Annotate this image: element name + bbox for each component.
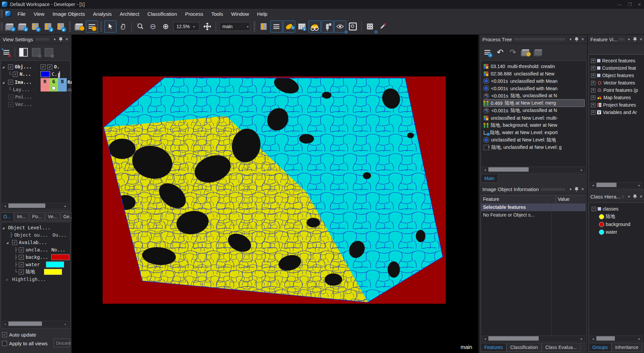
- process-row[interactable]: 03.140multi-threshold: creatin: [484, 63, 555, 70]
- tab-features[interactable]: Features: [481, 343, 506, 352]
- class-color-swatch[interactable]: [44, 269, 62, 275]
- horizontal-scrollbar[interactable]: ◂ ▸: [2, 203, 68, 209]
- panel-close-button[interactable]: ✕: [580, 36, 586, 42]
- tab-point-clouds[interactable]: Po...: [30, 213, 45, 221]
- panel-close-button[interactable]: ✕: [638, 36, 644, 42]
- checkbox[interactable]: ✓: [13, 72, 18, 77]
- panel-pin-button[interactable]: [574, 186, 580, 192]
- process-row[interactable]: 02:38.688unclassified at New: [484, 70, 554, 77]
- class-row-water[interactable]: water: [599, 229, 617, 235]
- panel-close-button[interactable]: ✕: [580, 186, 586, 192]
- close-button[interactable]: ✕: [638, 2, 641, 7]
- menu-file[interactable]: File: [13, 10, 30, 18]
- auto-update-option[interactable]: ✓ Auto update: [2, 332, 36, 338]
- expand-plus-icon[interactable]: +: [591, 73, 595, 78]
- discard-button[interactable]: Discard: [54, 339, 70, 347]
- scroll-right-arrow[interactable]: ▸: [579, 168, 584, 172]
- process-row[interactable]: <0.001sunclassified with Mean: [484, 85, 557, 92]
- expand-icon[interactable]: ◢: [6, 241, 10, 244]
- expand-plus-icon[interactable]: +: [591, 96, 595, 100]
- tree-row-root[interactable]: ◢ Object Level...: [2, 224, 50, 231]
- scroll-right-arrow[interactable]: ▸: [63, 204, 68, 208]
- table-group-row[interactable]: Selectable features: [481, 204, 586, 211]
- horizontal-scrollbar[interactable]: ◂ ▸: [482, 167, 585, 173]
- green-channel-cell[interactable]: G: [49, 78, 58, 85]
- scrollbar-thumb[interactable]: [596, 183, 616, 187]
- scrollbar-thumb[interactable]: [596, 336, 615, 341]
- manage-variables-button[interactable]: ⚙: [364, 20, 376, 33]
- tree-row-land[interactable]: └ ✓ 陆地: [14, 269, 62, 275]
- apply-all-views-option[interactable]: Apply to all views: [2, 341, 48, 346]
- transparency-button[interactable]: [309, 20, 321, 33]
- scrollbar-thumb[interactable]: [8, 203, 45, 208]
- tree-row-water[interactable]: ├ ✓ water: [14, 261, 64, 268]
- tree-row-image-data[interactable]: ◢ ✓ Ima...: [2, 79, 32, 85]
- expand-plus-icon[interactable]: +: [591, 110, 595, 115]
- panel-drag-dots[interactable]: [515, 38, 565, 41]
- tree-row-points[interactable]: ✓ Poi...: [8, 94, 32, 100]
- checkbox[interactable]: ✓: [2, 332, 7, 337]
- panel-menu-button[interactable]: ▾: [568, 186, 574, 192]
- class-color-swatch[interactable]: [46, 261, 64, 268]
- process-row-selected[interactable]: 0.469陆地 at New Level: merg: [484, 100, 584, 107]
- tab-object-levels[interactable]: O...: [1, 213, 14, 221]
- expand-plus-icon[interactable]: +: [591, 81, 595, 85]
- remove-view-button[interactable]: ⊖: [30, 46, 42, 58]
- tree-row-vectors[interactable]: ✓ Vec...: [8, 101, 32, 108]
- checkbox[interactable]: [2, 341, 7, 346]
- checkbox[interactable]: ✓: [41, 64, 46, 69]
- panel-pin-button[interactable]: [632, 194, 638, 200]
- horizontal-scrollbar[interactable]: ◂ ▸: [2, 321, 68, 327]
- menu-window[interactable]: Window: [227, 10, 253, 18]
- zoom-in-button[interactable]: ⊕: [160, 20, 172, 33]
- scroll-left-arrow[interactable]: ◂: [482, 337, 488, 341]
- tree-row-classes-root[interactable]: − classes: [592, 205, 619, 212]
- feature-group-project[interactable]: +Project features: [591, 102, 636, 108]
- tab-class-evaluation[interactable]: Class Evalua...: [542, 343, 580, 352]
- checkbox[interactable]: ✓: [8, 102, 13, 107]
- scroll-right-arrow[interactable]: ▸: [579, 337, 584, 341]
- expand-icon[interactable]: ◢: [2, 65, 6, 69]
- checkbox[interactable]: ✓: [8, 95, 13, 100]
- split-view-button[interactable]: [17, 46, 30, 58]
- horizontal-scrollbar[interactable]: ◂ ▸: [590, 336, 642, 342]
- process-row[interactable]: unclassified at New Level: multi-: [484, 114, 558, 121]
- pixel-view-button[interactable]: i: [296, 20, 308, 33]
- scroll-left-arrow[interactable]: ◂: [590, 183, 596, 187]
- feature-group-object[interactable]: +Object features: [591, 72, 634, 79]
- scrollbar-thumb[interactable]: [488, 167, 529, 172]
- drag-grip[interactable]: [1, 23, 3, 30]
- scroll-left-arrow[interactable]: ◂: [2, 322, 8, 326]
- tab-image-layers[interactable]: Im...: [14, 213, 29, 221]
- show-outlines-button[interactable]: i: [283, 20, 295, 33]
- scrollbar-thumb[interactable]: [8, 321, 42, 326]
- show-classification-button[interactable]: ⚙: [334, 20, 346, 33]
- expand-icon[interactable]: ◢: [2, 226, 6, 230]
- checkbox[interactable]: ✓: [19, 270, 24, 275]
- column-header-value[interactable]: Value: [556, 195, 586, 203]
- tree-row-object-levels[interactable]: ◢ ✓ Obj...: [2, 63, 32, 70]
- menu-analysis[interactable]: Analysis: [89, 10, 116, 18]
- checkbox[interactable]: ✓: [8, 80, 13, 85]
- checkbox[interactable]: ✓: [47, 64, 52, 69]
- menu-tools[interactable]: Tools: [207, 10, 227, 18]
- expand-plus-icon[interactable]: +: [591, 66, 595, 70]
- checkbox[interactable]: ✓: [12, 240, 17, 245]
- panel-drag-dots[interactable]: [622, 195, 625, 198]
- tab-main[interactable]: Main: [481, 174, 498, 183]
- snapshot-button[interactable]: [347, 20, 359, 33]
- expand-icon[interactable]: ◢: [2, 80, 6, 84]
- horizontal-scrollbar[interactable]: ◂ ▸: [590, 182, 642, 188]
- menu-architect[interactable]: Architect: [116, 10, 143, 18]
- checkbox[interactable]: ✓: [8, 64, 13, 69]
- maximize-button[interactable]: ❐: [628, 2, 632, 7]
- open-project-button[interactable]: ▸: [55, 20, 67, 33]
- scrollbar-thumb[interactable]: [488, 336, 539, 341]
- minimize-button[interactable]: —: [617, 2, 622, 7]
- add-view-button[interactable]: ⊕: [43, 46, 55, 58]
- panel-pin-button[interactable]: [58, 36, 64, 42]
- menu-classification[interactable]: Classification: [143, 10, 181, 18]
- tree-row-available[interactable]: ◢ ✓ Availab...: [6, 239, 47, 246]
- tab-vector-layers[interactable]: Ve...: [45, 213, 60, 221]
- layer1-red-cell[interactable]: [41, 85, 49, 92]
